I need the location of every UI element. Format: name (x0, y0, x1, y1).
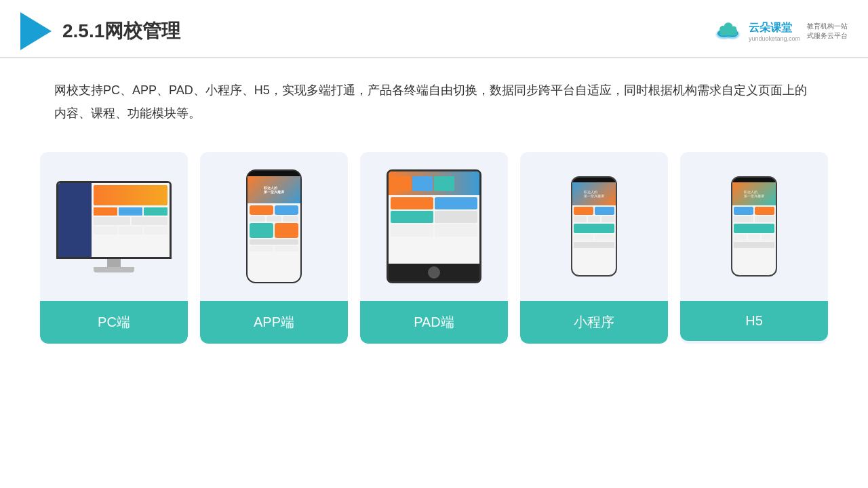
card-pad-label: PAD端 (360, 301, 508, 344)
tablet-banner (389, 171, 479, 195)
screen-sidebar (58, 183, 92, 257)
monitor-base (94, 267, 134, 272)
card-pc-label: PC端 (40, 301, 188, 344)
card-miniapp-image: 职达人的第一堂兴趣课 (520, 152, 668, 301)
brand-text: 云朵课堂 yunduoketang.com (749, 21, 800, 42)
card-h5-image: 职达人的第一堂兴趣课 (680, 152, 828, 301)
tablet-home-button (428, 266, 440, 279)
card-pad-image (360, 152, 508, 301)
mini-phone-mockup: 职达人的第一堂兴趣课 (571, 176, 617, 277)
card-app-label: APP端 (200, 301, 348, 344)
phone-content (248, 203, 300, 255)
phone-screen: 职达人的第一堂兴趣课 (248, 176, 300, 282)
pc-mockup (56, 181, 172, 272)
tablet-mockup (387, 169, 481, 283)
brand-logo: 云朵课堂 yunduoketang.com 教育机构一站式服务云平台 (712, 20, 848, 42)
logo-triangle-icon (20, 12, 52, 50)
page-title: 2.5.1网校管理 (62, 18, 180, 44)
card-app-image: 职达人的第一堂兴趣课 (200, 152, 348, 301)
mini-content (572, 205, 616, 251)
phone-notch (264, 172, 283, 176)
mini-content-h5 (732, 205, 776, 251)
monitor-neck (107, 259, 121, 267)
svg-rect-11 (719, 29, 737, 36)
card-h5-label: H5 (680, 301, 828, 341)
brand-slogan: 教育机构一站式服务云平台 (807, 22, 848, 41)
monitor-screen (58, 183, 170, 257)
phone-mockup-app: 职达人的第一堂兴趣课 (246, 169, 302, 283)
description-text: 网校支持PC、APP、PAD、小程序、H5，实现多端打通，产品各终端自由切换，数… (0, 58, 868, 138)
mini-banner-h5: 职达人的第一堂兴趣课 (732, 182, 776, 205)
phone-banner: 职达人的第一堂兴趣课 (248, 176, 300, 203)
mini-phone-mockup-h5: 职达人的第一堂兴趣课 (731, 176, 777, 277)
header-left: 2.5.1网校管理 (20, 12, 180, 50)
cards-container: PC端 职达人的第一堂兴趣课 (0, 138, 868, 357)
card-pc: PC端 (40, 152, 188, 344)
card-pc-image (40, 152, 188, 301)
header-right: 云朵课堂 yunduoketang.com 教育机构一站式服务云平台 (712, 20, 848, 42)
mini-screen: 职达人的第一堂兴趣课 (572, 182, 616, 275)
brand-url: yunduoketang.com (749, 35, 800, 42)
card-h5: 职达人的第一堂兴趣课 (680, 152, 828, 344)
screen-main (92, 183, 170, 257)
header: 2.5.1网校管理 云朵课堂 yunduoketang.com (0, 0, 868, 58)
tablet-screen (389, 171, 479, 264)
mini-screen-h5: 职达人的第一堂兴趣课 (732, 182, 776, 275)
screen-banner (94, 185, 167, 205)
tablet-content (389, 195, 479, 239)
brand-name: 云朵课堂 (749, 21, 792, 35)
card-miniapp: 职达人的第一堂兴趣课 (520, 152, 668, 344)
card-app: 职达人的第一堂兴趣课 (200, 152, 348, 344)
cloud-icon (712, 20, 745, 42)
mini-banner: 职达人的第一堂兴趣课 (572, 182, 616, 205)
card-miniapp-label: 小程序 (520, 301, 668, 344)
monitor-body (56, 181, 172, 259)
card-pad: PAD端 (360, 152, 508, 344)
